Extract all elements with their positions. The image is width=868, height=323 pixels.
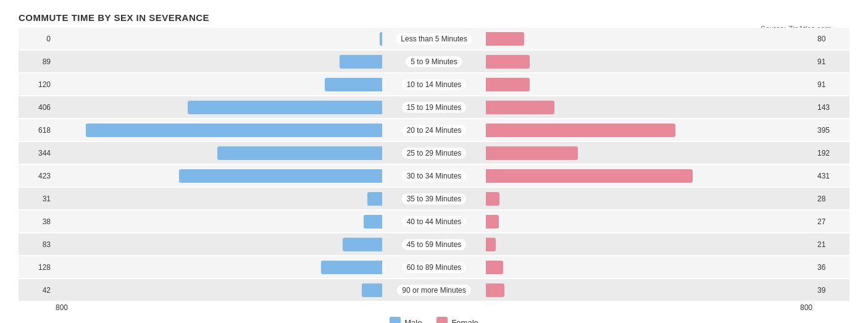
female-value: 39 [812,286,849,295]
male-bar-wrap [56,192,385,206]
female-value: 143 [812,103,849,112]
table-row: 38 40 to 44 Minutes 27 [19,211,849,232]
male-bar-wrap [56,55,385,69]
male-bar-wrap [56,101,385,114]
female-value: 395 [812,126,849,135]
female-bar-wrap [483,169,812,183]
center-label-area: 15 to 19 Minutes [385,102,483,113]
table-row: 344 25 to 29 Minutes 192 [19,142,849,164]
row-label: 10 to 14 Minutes [402,79,467,90]
legend-female: Female [436,317,478,323]
male-bar [86,124,382,137]
female-bar [486,55,530,69]
row-label: 30 to 34 Minutes [402,170,467,182]
axis-right: 800 [800,303,812,312]
center-label-area: 25 to 29 Minutes [385,148,483,159]
male-bar-wrap [56,78,385,91]
male-bar [188,101,382,114]
female-bar [486,124,675,137]
male-value: 89 [19,57,56,66]
female-swatch [436,317,448,323]
female-bar-wrap [483,238,812,251]
female-value: 91 [812,57,849,66]
male-bar-wrap [56,261,385,274]
female-bar [486,215,499,229]
male-value: 406 [19,103,56,112]
male-value: 618 [19,126,56,135]
female-bar [486,169,693,183]
table-row: 406 15 to 19 Minutes 143 [19,96,849,118]
male-value: 31 [19,195,56,203]
male-bar-wrap [56,32,385,46]
male-bar [340,55,382,69]
row-label: 60 to 89 Minutes [402,262,467,273]
male-bar [321,261,382,274]
female-bar [486,146,578,160]
male-bar-wrap [56,124,385,137]
center-label-area: 10 to 14 Minutes [385,79,483,90]
center-label-area: 5 to 9 Minutes [385,56,483,67]
chart-area: 0 Less than 5 Minutes 80 89 5 to 9 Minut… [19,28,849,301]
female-bar [486,261,503,274]
center-label-area: 90 or more Minutes [385,285,483,296]
male-bar-wrap [56,238,385,251]
axis-labels: 800 800 [19,303,849,312]
table-row: 128 60 to 89 Minutes 36 [19,256,849,278]
center-label-area: 35 to 39 Minutes [385,193,483,204]
row-label: 90 or more Minutes [397,285,470,296]
female-bar-wrap [483,261,812,274]
table-row: 0 Less than 5 Minutes 80 [19,28,849,49]
male-bar [217,146,382,160]
male-bar [179,169,382,183]
female-value: 27 [812,217,849,226]
legend-male: Male [390,317,422,323]
table-row: 83 45 to 59 Minutes 21 [19,233,849,255]
female-bar-wrap [483,283,812,297]
male-bar-wrap [56,169,385,183]
table-row: 423 30 to 34 Minutes 431 [19,165,849,187]
male-value: 42 [19,286,56,295]
female-value: 21 [812,240,849,249]
male-bar [380,32,382,46]
table-row: 618 20 to 24 Minutes 395 [19,119,849,141]
legend: Male Female [19,317,849,323]
male-bar [367,192,382,206]
row-label: 5 to 9 Minutes [406,56,462,67]
female-bar [486,32,524,46]
female-value: 80 [812,35,849,43]
table-row: 42 90 or more Minutes 39 [19,279,849,301]
female-bar-wrap [483,215,812,229]
center-label-area: 30 to 34 Minutes [385,170,483,182]
male-value: 120 [19,80,56,89]
male-bar [364,215,382,229]
male-bar [325,78,382,91]
male-bar-wrap [56,146,385,160]
center-label-area: 60 to 89 Minutes [385,262,483,273]
female-bar-wrap [483,101,812,114]
center-label-area: 20 to 24 Minutes [385,125,483,136]
row-label: 35 to 39 Minutes [402,193,467,204]
female-bar-wrap [483,192,812,206]
female-bar [486,283,504,297]
female-bar [486,101,554,114]
center-label-area: 40 to 44 Minutes [385,216,483,227]
female-value: 91 [812,80,849,89]
male-value: 423 [19,172,56,180]
male-bar-wrap [56,215,385,229]
table-row: 89 5 to 9 Minutes 91 [19,51,849,72]
male-value: 0 [19,35,56,43]
female-value: 36 [812,263,849,272]
male-value: 344 [19,149,56,157]
male-value: 83 [19,240,56,249]
table-row: 31 35 to 39 Minutes 28 [19,188,849,209]
female-value: 192 [812,149,849,157]
male-label: Male [404,318,422,324]
chart-title: COMMUTE TIME BY SEX IN SEVERANCE [19,12,849,23]
female-bar [486,238,496,251]
male-bar [362,283,382,297]
female-bar [486,192,499,206]
row-label: 15 to 19 Minutes [402,102,467,113]
female-bar [486,78,530,91]
female-label: Female [451,318,478,324]
center-label-area: Less than 5 Minutes [385,33,483,44]
